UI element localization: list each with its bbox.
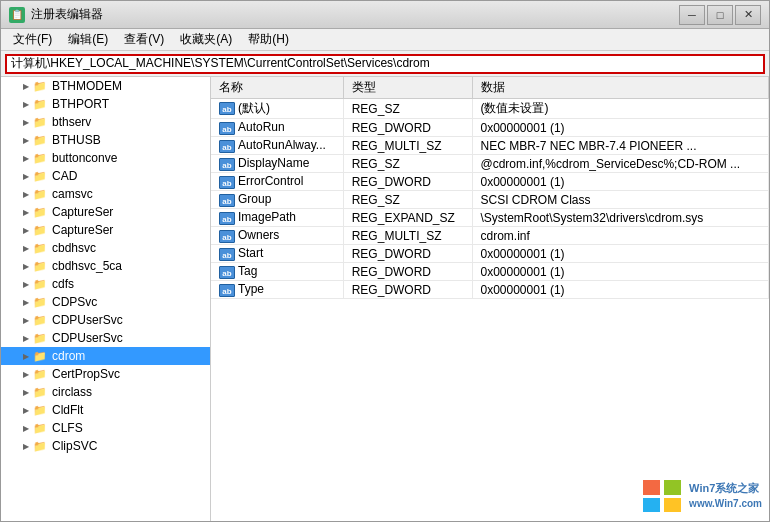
folder-icon: 📁 bbox=[33, 98, 49, 110]
tree-item-label: CldFlt bbox=[52, 403, 83, 417]
tree-arrow-icon: ▶ bbox=[23, 262, 33, 271]
tree-item-label: cbdhsvc_5ca bbox=[52, 259, 122, 273]
address-input[interactable] bbox=[5, 54, 765, 74]
folder-icon: 📁 bbox=[33, 116, 49, 128]
table-row[interactable]: abGroupREG_SZSCSI CDROM Class bbox=[211, 191, 769, 209]
tree-item[interactable]: ▶📁bthserv bbox=[1, 113, 210, 131]
folder-icon: 📁 bbox=[33, 350, 49, 362]
tree-arrow-icon: ▶ bbox=[23, 208, 33, 217]
menu-view[interactable]: 查看(V) bbox=[116, 29, 172, 50]
tree-item[interactable]: ▶📁cdrom bbox=[1, 347, 210, 365]
tree-item[interactable]: ▶📁BTHUSB bbox=[1, 131, 210, 149]
folder-icon: 📁 bbox=[33, 134, 49, 146]
tree-arrow-icon: ▶ bbox=[23, 352, 33, 361]
tree-arrow-icon: ▶ bbox=[23, 82, 33, 91]
tree-item[interactable]: ▶📁CDPSvc bbox=[1, 293, 210, 311]
tree-item[interactable]: ▶📁cbdhsvc_5ca bbox=[1, 257, 210, 275]
cell-data: \SystemRoot\System32\drivers\cdrom.sys bbox=[472, 209, 769, 227]
table-row[interactable]: abAutoRunAlway...REG_MULTI_SZNEC MBR-7 N… bbox=[211, 137, 769, 155]
tree-item[interactable]: ▶📁CDPUserSvc bbox=[1, 329, 210, 347]
table-row[interactable]: abErrorControlREG_DWORD0x00000001 (1) bbox=[211, 173, 769, 191]
tree-arrow-icon: ▶ bbox=[23, 442, 33, 451]
table-row[interactable]: abImagePathREG_EXPAND_SZ\SystemRoot\Syst… bbox=[211, 209, 769, 227]
tree-item[interactable]: ▶📁CLFS bbox=[1, 419, 210, 437]
folder-icon: 📁 bbox=[33, 296, 49, 308]
tree-arrow-icon: ▶ bbox=[23, 334, 33, 343]
tree-item[interactable]: ▶📁BTHMODEM bbox=[1, 77, 210, 95]
table-row[interactable]: abOwnersREG_MULTI_SZcdrom.inf bbox=[211, 227, 769, 245]
tree-arrow-icon: ▶ bbox=[23, 190, 33, 199]
tree-item[interactable]: ▶📁CAD bbox=[1, 167, 210, 185]
tree-item[interactable]: ▶📁buttonconve bbox=[1, 149, 210, 167]
maximize-button[interactable]: □ bbox=[707, 5, 733, 25]
tree-item-label: CaptureSer bbox=[52, 223, 113, 237]
folder-icon: 📁 bbox=[33, 152, 49, 164]
app-icon: 📋 bbox=[9, 7, 25, 23]
cell-name: abTag bbox=[211, 263, 343, 281]
menu-edit[interactable]: 编辑(E) bbox=[60, 29, 116, 50]
folder-icon: 📁 bbox=[33, 404, 49, 416]
tree-arrow-icon: ▶ bbox=[23, 316, 33, 325]
tree-item-label: CLFS bbox=[52, 421, 83, 435]
folder-icon: 📁 bbox=[33, 332, 49, 344]
minimize-button[interactable]: ─ bbox=[679, 5, 705, 25]
cell-name: ab(默认) bbox=[211, 99, 343, 119]
cell-name: abAutoRun bbox=[211, 119, 343, 137]
tree-item-label: cdrom bbox=[52, 349, 85, 363]
tree-item[interactable]: ▶📁cdfs bbox=[1, 275, 210, 293]
folder-icon: 📁 bbox=[33, 422, 49, 434]
cell-type: REG_MULTI_SZ bbox=[343, 137, 472, 155]
tree-arrow-icon: ▶ bbox=[23, 136, 33, 145]
reg-value-icon: ab bbox=[219, 212, 235, 225]
svg-rect-1 bbox=[664, 480, 681, 495]
reg-value-icon: ab bbox=[219, 248, 235, 261]
menu-bar: 文件(F) 编辑(E) 查看(V) 收藏夹(A) 帮助(H) bbox=[1, 29, 769, 51]
tree-arrow-icon: ▶ bbox=[23, 424, 33, 433]
table-row[interactable]: abDisplayNameREG_SZ@cdrom.inf,%cdrom_Ser… bbox=[211, 155, 769, 173]
address-bar bbox=[1, 51, 769, 77]
tree-item-label: CaptureSer bbox=[52, 205, 113, 219]
tree-item[interactable]: ▶📁ClipSVC bbox=[1, 437, 210, 455]
tree-item-label: CAD bbox=[52, 169, 77, 183]
tree-arrow-icon: ▶ bbox=[23, 370, 33, 379]
menu-help[interactable]: 帮助(H) bbox=[240, 29, 297, 50]
cell-data: 0x00000001 (1) bbox=[472, 173, 769, 191]
table-row[interactable]: abTagREG_DWORD0x00000001 (1) bbox=[211, 263, 769, 281]
cell-data: 0x00000001 (1) bbox=[472, 263, 769, 281]
tree-item[interactable]: ▶📁BTHPORT bbox=[1, 95, 210, 113]
tree-item-label: CertPropSvc bbox=[52, 367, 120, 381]
window-title: 注册表编辑器 bbox=[31, 6, 679, 23]
cell-type: REG_EXPAND_SZ bbox=[343, 209, 472, 227]
cell-name: abDisplayName bbox=[211, 155, 343, 173]
tree-item[interactable]: ▶📁camsvc bbox=[1, 185, 210, 203]
cell-name: abType bbox=[211, 281, 343, 299]
folder-icon: 📁 bbox=[33, 314, 49, 326]
tree-item[interactable]: ▶📁CertPropSvc bbox=[1, 365, 210, 383]
tree-item-label: camsvc bbox=[52, 187, 93, 201]
tree-item-label: buttonconve bbox=[52, 151, 117, 165]
menu-favorites[interactable]: 收藏夹(A) bbox=[172, 29, 240, 50]
tree-item[interactable]: ▶📁CldFlt bbox=[1, 401, 210, 419]
tree-item-label: cdfs bbox=[52, 277, 74, 291]
reg-value-icon: ab bbox=[219, 266, 235, 279]
menu-file[interactable]: 文件(F) bbox=[5, 29, 60, 50]
tree-item[interactable]: ▶📁CDPUserSvc bbox=[1, 311, 210, 329]
tree-item[interactable]: ▶📁CaptureSer bbox=[1, 221, 210, 239]
cell-name: abErrorControl bbox=[211, 173, 343, 191]
tree-arrow-icon: ▶ bbox=[23, 118, 33, 127]
close-button[interactable]: ✕ bbox=[735, 5, 761, 25]
table-row[interactable]: abAutoRunREG_DWORD0x00000001 (1) bbox=[211, 119, 769, 137]
cell-type: REG_DWORD bbox=[343, 263, 472, 281]
main-content: ▶📁BTHMODEM▶📁BTHPORT▶📁bthserv▶📁BTHUSB▶📁bu… bbox=[1, 77, 769, 521]
table-row[interactable]: abStartREG_DWORD0x00000001 (1) bbox=[211, 245, 769, 263]
cell-name: abImagePath bbox=[211, 209, 343, 227]
tree-item[interactable]: ▶📁CaptureSer bbox=[1, 203, 210, 221]
tree-arrow-icon: ▶ bbox=[23, 244, 33, 253]
cell-data: NEC MBR-7 NEC MBR-7.4 PIONEER ... bbox=[472, 137, 769, 155]
tree-arrow-icon: ▶ bbox=[23, 226, 33, 235]
tree-item[interactable]: ▶📁circlass bbox=[1, 383, 210, 401]
tree-item[interactable]: ▶📁cbdhsvc bbox=[1, 239, 210, 257]
watermark-logo bbox=[641, 478, 683, 514]
table-row[interactable]: ab(默认)REG_SZ(数值未设置) bbox=[211, 99, 769, 119]
table-row[interactable]: abTypeREG_DWORD0x00000001 (1) bbox=[211, 281, 769, 299]
